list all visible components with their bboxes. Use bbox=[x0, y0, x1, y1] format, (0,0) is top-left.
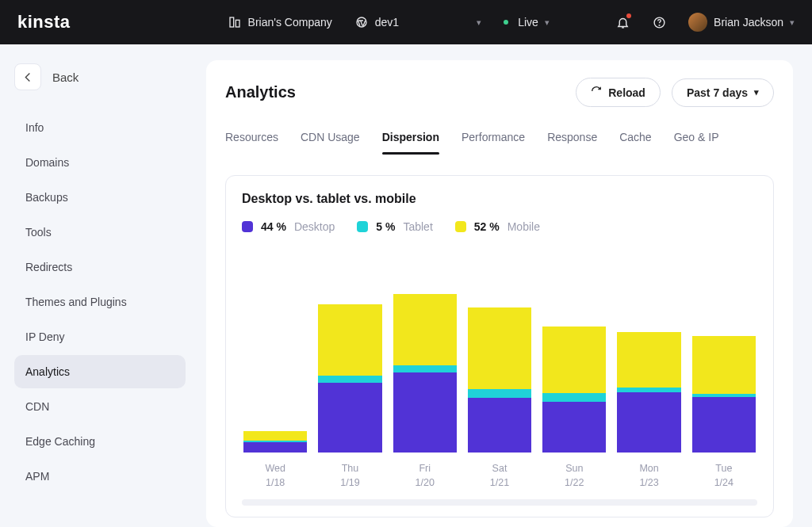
bar-segment-mobile bbox=[318, 304, 381, 376]
chart-bar[interactable] bbox=[243, 294, 307, 453]
x-axis-label: Thu1/19 bbox=[340, 462, 359, 490]
x-axis-label: Wed1/18 bbox=[265, 462, 285, 490]
legend-swatch-tablet bbox=[357, 221, 368, 232]
tab-geo-ip[interactable]: Geo & IP bbox=[674, 126, 719, 155]
sidebar-item-themes-and-plugins[interactable]: Themes and Plugins bbox=[14, 285, 186, 319]
bar-segment-desktop bbox=[318, 383, 381, 453]
chart-column: Thu1/19 bbox=[318, 294, 381, 490]
legend-swatch-mobile bbox=[455, 221, 466, 232]
help-button[interactable] bbox=[652, 15, 666, 29]
bar-segment-desktop bbox=[468, 398, 531, 453]
legend-name-mobile: Mobile bbox=[508, 220, 540, 233]
x-axis-label: Tue1/24 bbox=[714, 462, 733, 490]
analytics-tabs: ResourcesCDN UsageDispersionPerformanceR… bbox=[225, 126, 774, 155]
chevron-down-icon: ▾ bbox=[754, 87, 759, 97]
bar-segment-desktop bbox=[617, 392, 680, 453]
tab-performance[interactable]: Performance bbox=[462, 126, 525, 155]
legend-item-desktop: 44 %Desktop bbox=[242, 220, 335, 233]
bar-segment-desktop bbox=[692, 397, 756, 453]
bar-segment-desktop bbox=[243, 442, 307, 453]
sidebar-item-tools[interactable]: Tools bbox=[14, 216, 186, 249]
x-axis-label: Sat1/21 bbox=[490, 462, 509, 490]
user-name: Brian Jackson bbox=[714, 16, 783, 29]
legend-swatch-desktop bbox=[242, 221, 253, 232]
bar-segment-mobile bbox=[617, 332, 680, 388]
env-selector[interactable]: Live ▾ bbox=[504, 16, 550, 29]
bar-segment-mobile bbox=[542, 327, 606, 393]
chart-column: Mon1/23 bbox=[617, 294, 680, 490]
main-layout: Back InfoDomainsBackupsToolsRedirectsThe… bbox=[0, 44, 812, 527]
analytics-card: Analytics Reload Past 7 days ▾ Resources… bbox=[206, 60, 793, 527]
bar-segment-tablet bbox=[393, 365, 457, 373]
svg-rect-1 bbox=[236, 20, 239, 27]
site-selector[interactable]: dev1 ▾ bbox=[354, 15, 481, 29]
sidebar-item-domains[interactable]: Domains bbox=[14, 146, 186, 179]
reload-button[interactable]: Reload bbox=[576, 78, 661, 107]
chart-column: Sat1/21 bbox=[468, 294, 531, 490]
content: Analytics Reload Past 7 days ▾ Resources… bbox=[200, 44, 812, 527]
sidebar-item-backups[interactable]: Backups bbox=[14, 181, 186, 214]
legend-pct-mobile: 52 % bbox=[474, 220, 500, 233]
chevron-down-icon: ▾ bbox=[790, 17, 795, 28]
stacked-bar-chart: Wed1/18Thu1/19Fri1/20Sat1/21Sun1/22Mon1/… bbox=[242, 246, 757, 490]
notification-badge bbox=[626, 13, 631, 18]
chart-bar[interactable] bbox=[318, 294, 381, 453]
notifications-button[interactable] bbox=[615, 15, 630, 29]
reload-icon bbox=[591, 86, 602, 99]
x-axis-label: Mon1/23 bbox=[639, 462, 658, 490]
bar-segment-mobile bbox=[468, 307, 531, 389]
chart-column: Fri1/20 bbox=[393, 294, 457, 490]
dispersion-panel: Desktop vs. tablet vs. mobile 44 %Deskto… bbox=[225, 175, 774, 517]
chart-legend: 44 %Desktop5 %Tablet52 %Mobile bbox=[242, 220, 757, 233]
sidebar-item-redirects[interactable]: Redirects bbox=[14, 250, 186, 284]
tab-dispersion[interactable]: Dispersion bbox=[382, 126, 439, 155]
sidebar-item-analytics[interactable]: Analytics bbox=[14, 355, 186, 388]
company-label: Brian's Company bbox=[248, 16, 332, 29]
chart-bar[interactable] bbox=[468, 294, 531, 453]
avatar bbox=[688, 13, 707, 32]
chart-bar[interactable] bbox=[617, 294, 680, 453]
chart-bar[interactable] bbox=[692, 294, 756, 453]
bar-segment-tablet bbox=[542, 393, 606, 402]
svg-point-4 bbox=[659, 25, 660, 25]
date-range-selector[interactable]: Past 7 days ▾ bbox=[672, 78, 774, 107]
reload-label: Reload bbox=[608, 86, 645, 99]
tab-cache[interactable]: Cache bbox=[619, 126, 651, 155]
live-status-dot bbox=[504, 20, 508, 25]
bar-segment-mobile bbox=[393, 294, 457, 365]
bar-segment-desktop bbox=[542, 402, 606, 453]
back-button[interactable]: Back bbox=[14, 63, 186, 90]
wordpress-icon bbox=[354, 15, 369, 29]
sidebar-item-info[interactable]: Info bbox=[14, 111, 186, 144]
back-arrow-icon bbox=[14, 63, 41, 90]
bar-segment-desktop bbox=[393, 372, 457, 453]
chevron-down-icon: ▾ bbox=[477, 17, 481, 28]
legend-pct-desktop: 44 % bbox=[261, 220, 286, 233]
help-icon bbox=[652, 15, 666, 29]
tab-resources[interactable]: Resources bbox=[225, 126, 278, 155]
chart-bar[interactable] bbox=[542, 294, 606, 453]
sidebar-item-apm[interactable]: APM bbox=[14, 460, 186, 493]
legend-name-tablet: Tablet bbox=[403, 220, 432, 233]
chart-scrollbar[interactable] bbox=[242, 499, 757, 506]
sidebar-item-cdn[interactable]: CDN bbox=[14, 390, 186, 423]
sidebar-item-edge-caching[interactable]: Edge Caching bbox=[14, 425, 186, 458]
chart-column: Sun1/22 bbox=[542, 294, 606, 490]
company-selector[interactable]: Brian's Company bbox=[228, 15, 332, 29]
tab-cdn-usage[interactable]: CDN Usage bbox=[301, 126, 360, 155]
legend-name-desktop: Desktop bbox=[294, 220, 335, 233]
logo: kinsta bbox=[17, 12, 71, 32]
chevron-down-icon: ▾ bbox=[545, 17, 550, 28]
user-menu[interactable]: Brian Jackson ▾ bbox=[688, 13, 795, 32]
legend-pct-tablet: 5 % bbox=[376, 220, 395, 233]
chart-bar[interactable] bbox=[393, 294, 457, 453]
bar-segment-tablet bbox=[318, 376, 381, 384]
bar-segment-mobile bbox=[692, 336, 756, 393]
sidebar-item-ip-deny[interactable]: IP Deny bbox=[14, 320, 186, 353]
tab-response[interactable]: Response bbox=[547, 126, 597, 155]
legend-item-mobile: 52 %Mobile bbox=[455, 220, 540, 233]
x-axis-label: Sun1/22 bbox=[565, 462, 584, 490]
x-axis-label: Fri1/20 bbox=[416, 462, 435, 490]
bar-segment-mobile bbox=[243, 431, 307, 440]
back-label: Back bbox=[52, 71, 79, 84]
